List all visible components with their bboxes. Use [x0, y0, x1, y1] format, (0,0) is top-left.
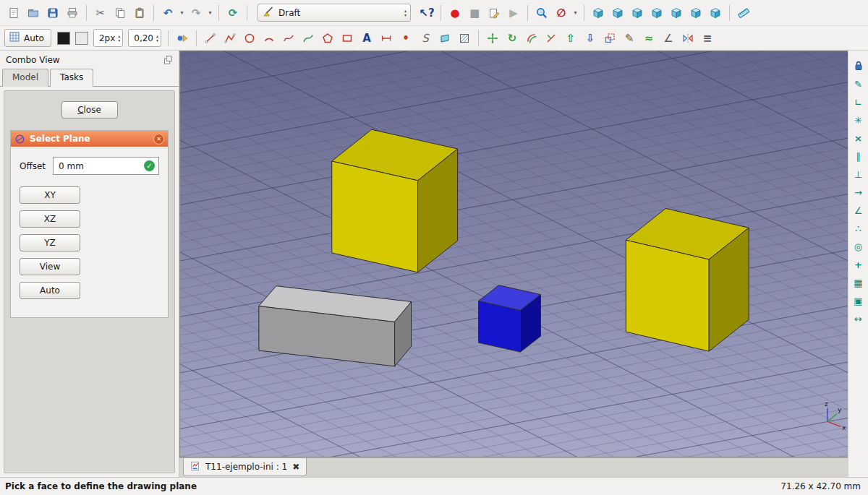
- draft-layer-icon[interactable]: ≡: [698, 29, 717, 48]
- task-collapse-icon[interactable]: ✕: [153, 134, 164, 145]
- draft-mirror-icon[interactable]: [678, 29, 697, 48]
- draft-polyline-icon[interactable]: [221, 29, 239, 48]
- copy-icon[interactable]: [111, 4, 129, 22]
- workbench-selector[interactable]: Draft▴▾: [258, 4, 411, 22]
- view-rear-icon[interactable]: [667, 4, 686, 22]
- select-plane-header[interactable]: Select Plane ✕: [11, 131, 168, 147]
- panel-float-icon[interactable]: [162, 54, 174, 66]
- refresh-icon[interactable]: ⟳: [224, 4, 242, 22]
- snap-center-icon[interactable]: ✳: [851, 112, 867, 128]
- draft-shapestring-icon[interactable]: S: [416, 29, 435, 48]
- document-tab[interactable]: T11-ejemplo-ini : 1 ✖: [183, 458, 307, 476]
- tab-model[interactable]: Model: [2, 69, 48, 87]
- working-plane-button[interactable]: Auto: [4, 29, 51, 47]
- text-scale-spinbox[interactable]: 0,20▴▾: [128, 29, 161, 47]
- plane-xy-button[interactable]: XY: [20, 186, 80, 204]
- draft-hatch-icon[interactable]: [455, 29, 474, 48]
- draft-bspline-icon[interactable]: [279, 29, 298, 48]
- print-icon[interactable]: [63, 4, 82, 22]
- draft-slope-icon[interactable]: ∠: [659, 29, 678, 48]
- snap-special-icon[interactable]: ∴: [851, 220, 867, 236]
- draw-style-icon[interactable]: ∅: [552, 4, 571, 22]
- snap-angle-icon[interactable]: ∠: [851, 202, 867, 218]
- text-scale-spinbox-arrows[interactable]: ▴▾: [156, 34, 158, 43]
- draft-offset-icon[interactable]: [522, 29, 541, 48]
- plane-yz-button[interactable]: YZ: [20, 234, 80, 251]
- offset-input[interactable]: 0 mm ✓: [53, 157, 159, 175]
- draft-circle-icon[interactable]: [240, 29, 259, 48]
- document-tabbar: T11-ejemplo-ini : 1 ✖: [179, 457, 848, 477]
- snap-lock-icon[interactable]: [851, 58, 867, 74]
- draft-wire-to-bspline-icon[interactable]: ≈: [639, 29, 658, 48]
- macro-record-icon[interactable]: ●: [446, 4, 464, 22]
- view-right-icon[interactable]: [647, 4, 666, 22]
- draft-polygon-icon[interactable]: [318, 29, 337, 48]
- yellow-cube-left[interactable]: [332, 129, 458, 272]
- close-task-button[interactable]: Close: [61, 101, 118, 119]
- snap-dimensions-icon[interactable]: ↔: [851, 311, 867, 327]
- draw-style-dropdown[interactable]: ▾: [571, 9, 579, 16]
- face-color-swatch[interactable]: [75, 32, 88, 45]
- view-left-icon[interactable]: [706, 4, 725, 22]
- macro-play-icon[interactable]: ▶: [504, 4, 523, 22]
- draft-point-icon[interactable]: •: [396, 29, 415, 48]
- 3d-viewport[interactable]: z y x: [179, 51, 848, 457]
- draft-upgrade-icon[interactable]: ⇧: [561, 29, 580, 48]
- apply-style-icon[interactable]: [173, 29, 192, 48]
- zoom-fit-all-icon[interactable]: [532, 4, 551, 22]
- view-front-icon[interactable]: [608, 4, 627, 22]
- draft-edit-icon[interactable]: ✎: [620, 29, 639, 48]
- workbench-combo-arrows[interactable]: ▴▾: [404, 9, 407, 17]
- snap-near-icon[interactable]: ◎: [851, 238, 867, 254]
- line-color-swatch[interactable]: [57, 32, 70, 45]
- draft-rotate-icon[interactable]: ↻: [503, 29, 522, 48]
- line-width-spinbox[interactable]: 2px▴▾: [93, 29, 123, 47]
- draft-arc-icon[interactable]: [260, 29, 278, 48]
- new-document-icon[interactable]: [4, 4, 23, 22]
- snap-endpoint-icon[interactable]: ✎: [851, 76, 867, 92]
- plane-view-button[interactable]: View: [20, 258, 80, 275]
- undo-history-dropdown[interactable]: ▾: [178, 9, 186, 16]
- undo-icon[interactable]: ↶: [158, 4, 177, 22]
- snap-perpendicular-icon[interactable]: ⊥: [851, 166, 867, 182]
- draft-rectangle-icon[interactable]: [338, 29, 357, 48]
- draft-text-icon[interactable]: A: [357, 29, 376, 48]
- redo-icon[interactable]: ↷: [187, 4, 205, 22]
- snap-ortho-icon[interactable]: +: [851, 257, 867, 272]
- draft-downgrade-icon[interactable]: ⇩: [581, 29, 600, 48]
- macro-stop-icon[interactable]: ■: [465, 4, 484, 22]
- paste-icon[interactable]: [130, 4, 149, 22]
- blue-cube[interactable]: [479, 285, 541, 352]
- close-document-icon[interactable]: ✖: [292, 462, 299, 472]
- measure-distance-icon[interactable]: [734, 4, 753, 22]
- view-top-icon[interactable]: [628, 4, 647, 22]
- draft-facebinder-icon[interactable]: [435, 29, 454, 48]
- plane-xz-button[interactable]: XZ: [20, 210, 80, 228]
- draft-scale-icon[interactable]: [600, 29, 619, 48]
- redo-history-dropdown[interactable]: ▾: [206, 9, 214, 16]
- view-bottom-icon[interactable]: [686, 4, 705, 22]
- draft-trimex-icon[interactable]: [542, 29, 561, 48]
- tab-tasks[interactable]: Tasks: [50, 69, 93, 87]
- yellow-cube-right[interactable]: [626, 208, 749, 351]
- snap-midpoint-icon[interactable]: ∟: [851, 94, 867, 110]
- draft-bezier-icon[interactable]: [299, 29, 318, 48]
- line-width-spinbox-arrows[interactable]: ▴▾: [118, 34, 120, 43]
- plane-auto-button[interactable]: Auto: [20, 282, 80, 299]
- snap-grid-icon[interactable]: ▦: [851, 275, 867, 290]
- save-document-icon[interactable]: [43, 4, 62, 22]
- draft-dimension-icon[interactable]: [377, 29, 396, 48]
- view-isometric-icon[interactable]: [589, 4, 608, 22]
- snap-working-plane-icon[interactable]: ▣: [851, 293, 867, 309]
- snap-extension-icon[interactable]: →: [851, 184, 867, 200]
- macro-edit-icon[interactable]: [485, 4, 503, 22]
- snap-intersection-icon[interactable]: ×: [851, 130, 867, 146]
- 3d-scene[interactable]: z y x: [180, 51, 848, 457]
- whats-this-icon[interactable]: ↖?: [417, 4, 436, 22]
- open-document-icon[interactable]: [24, 4, 43, 22]
- draft-move-icon[interactable]: [483, 29, 502, 48]
- draft-line-icon[interactable]: [201, 29, 220, 48]
- status-message: Pick a face to define the drawing plane: [5, 481, 197, 491]
- cut-icon[interactable]: ✂: [91, 4, 110, 22]
- snap-parallel-icon[interactable]: ∥: [851, 148, 867, 164]
